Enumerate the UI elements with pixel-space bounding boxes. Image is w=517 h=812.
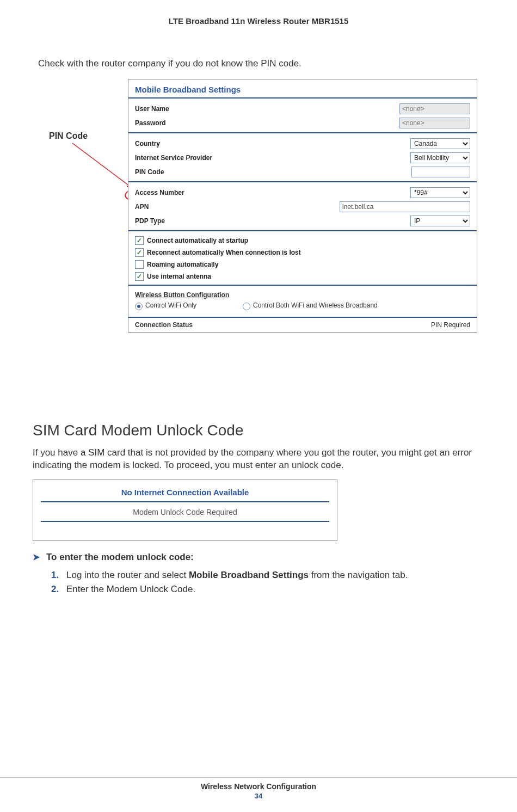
pdp-label: PDP Type	[135, 217, 165, 225]
credentials-section: User Name Password	[128, 99, 477, 133]
reconnect-checkbox[interactable]: ✓	[135, 248, 144, 257]
isp-label: Internet Service Provider	[135, 154, 212, 162]
connection-status-value: PIN Required	[431, 321, 470, 329]
both-label: Control Both WiFi and Wireless Broadband	[253, 302, 378, 309]
intro-text: Check with the router company if you do …	[38, 58, 484, 69]
procedure-heading: ➤ To enter the modem unlock code:	[33, 552, 484, 563]
access-select[interactable]: *99#	[410, 187, 470, 198]
connection-status-label: Connection Status	[135, 321, 193, 329]
footer-section-name: Wireless Network Configuration	[0, 782, 517, 791]
figure-container: PIN Code Mobile Broadband Settings User …	[38, 79, 484, 411]
settings-panel: Mobile Broadband Settings User Name Pass…	[128, 79, 477, 333]
antenna-label: Use internal antenna	[147, 273, 211, 280]
no-connection-title: No Internet Connection Available	[41, 488, 329, 502]
apn-input[interactable]	[340, 201, 470, 212]
page-footer: Wireless Network Configuration 34	[0, 777, 517, 800]
password-label: Password	[135, 119, 166, 127]
panel-title: Mobile Broadband Settings	[128, 79, 477, 99]
antenna-checkbox[interactable]: ✓	[135, 272, 144, 281]
password-input[interactable]	[399, 118, 470, 128]
pin-label: PIN Code	[135, 168, 164, 176]
step-2: Enter the Modem Unlock Code.	[51, 582, 484, 596]
section-paragraph: If you have a SIM card that is not provi…	[33, 447, 484, 472]
roaming-checkbox[interactable]	[135, 260, 144, 269]
network-section: Country Canada Internet Service Provider…	[128, 133, 477, 182]
startup-label: Connect automatically at startup	[147, 237, 248, 244]
isp-select[interactable]: Bell Mobility	[410, 152, 470, 163]
wbc-title: Wireless Button Configuration	[135, 289, 470, 300]
procedure-steps: Log into the router and select Mobile Br…	[51, 568, 484, 596]
svg-line-0	[72, 143, 133, 189]
step-1: Log into the router and select Mobile Br…	[51, 568, 484, 582]
roaming-label: Roaming automatically	[147, 261, 218, 268]
no-connection-panel: No Internet Connection Available Modem U…	[33, 479, 337, 541]
document-page: LTE Broadband 11n Wireless Router MBR151…	[0, 0, 517, 812]
apn-section: Access Number *99# APN PDP Type IP	[128, 182, 477, 231]
username-input[interactable]	[399, 103, 470, 114]
options-section: ✓ Connect automatically at startup ✓ Rec…	[128, 231, 477, 286]
section-heading: SIM Card Modem Unlock Code	[33, 422, 484, 439]
callout-label: PIN Code	[49, 131, 88, 141]
pdp-select[interactable]: IP	[410, 216, 470, 226]
username-label: User Name	[135, 105, 169, 113]
procedure-title: To enter the modem unlock code:	[46, 552, 194, 563]
pin-input[interactable]	[411, 167, 470, 177]
reconnect-label: Reconnect automatically When connection …	[147, 249, 301, 256]
no-connection-message: Modem Unlock Code Required	[41, 502, 329, 522]
both-radio[interactable]	[243, 303, 250, 310]
country-label: Country	[135, 140, 160, 147]
footer-page-number: 34	[0, 792, 517, 800]
wifi-only-radio[interactable]	[135, 303, 143, 310]
procedure-arrow-icon: ➤	[33, 552, 40, 562]
startup-checkbox[interactable]: ✓	[135, 236, 144, 245]
connection-status-row: Connection Status PIN Required	[128, 318, 477, 332]
document-header: LTE Broadband 11n Wireless Router MBR151…	[33, 16, 484, 26]
wbc-section: Wireless Button Configuration Control Wi…	[128, 286, 477, 318]
access-label: Access Number	[135, 189, 184, 196]
apn-label: APN	[135, 203, 149, 211]
wifi-only-label: Control WiFi Only	[145, 302, 196, 309]
country-select[interactable]: Canada	[410, 138, 470, 149]
